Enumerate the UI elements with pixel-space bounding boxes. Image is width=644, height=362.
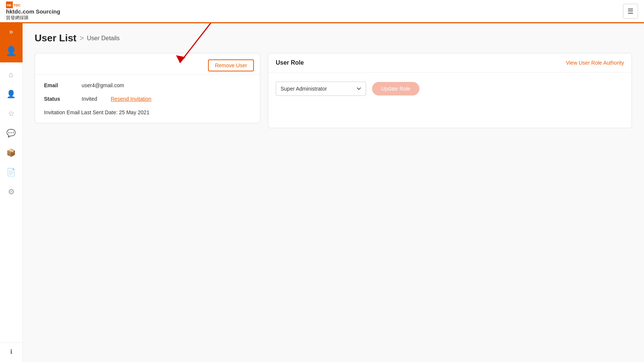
status-label: Status xyxy=(44,96,74,102)
home-icon: ⌂ xyxy=(9,70,13,79)
sidebar-item-box[interactable]: 📦 xyxy=(0,144,22,162)
invitation-date-label: Invitation Email Last Sent Date: xyxy=(44,109,117,115)
sidebar-item-report[interactable]: 📄 xyxy=(0,163,22,181)
logo-area: HK TDC hktdc.com Sourcing 貿發網採購 xyxy=(6,2,60,21)
report-icon: 📄 xyxy=(6,168,16,177)
logo-chinese: 貿發網採購 xyxy=(6,15,60,21)
email-label: Email xyxy=(44,82,74,88)
breadcrumb: User List > User Details xyxy=(35,32,632,44)
sidebar-nav: ⌂ 👤 ☆ 💬 📦 📄 ⚙ xyxy=(0,65,22,342)
header: HK TDC hktdc.com Sourcing 貿發網採購 ☰ xyxy=(0,0,644,23)
logo-brand: hktdc.com Sourcing xyxy=(6,8,60,15)
menu-button[interactable]: ☰ xyxy=(623,4,638,19)
sidebar: » 👤 ⌂ 👤 ☆ 💬 📦 📄 ⚙ xyxy=(0,23,23,362)
email-row: Email user4@gmail.com xyxy=(44,82,251,88)
star-icon: ☆ xyxy=(8,109,15,118)
svg-text:TDC: TDC xyxy=(14,3,21,7)
user-role-card-header: User Role View User Role Authority xyxy=(268,53,632,73)
sidebar-item-chat[interactable]: 💬 xyxy=(0,124,22,142)
sidebar-item-user[interactable]: 👤 xyxy=(0,85,22,103)
main-layout: » 👤 ⌂ 👤 ☆ 💬 📦 📄 ⚙ xyxy=(0,23,644,362)
breadcrumb-separator: > xyxy=(79,34,84,42)
user-info-card-body: Email user4@gmail.com Status Invited Res… xyxy=(35,75,260,123)
sidebar-item-settings[interactable]: ⚙ xyxy=(0,183,22,201)
cards-row: Remove User Email user4@gmail.com Status… xyxy=(35,53,632,128)
resend-invitation-link[interactable]: Resend Invitation xyxy=(111,96,151,102)
breadcrumb-current: User Details xyxy=(87,35,120,42)
user-info-card-header: Remove User xyxy=(35,53,260,75)
status-row: Status Invited Resend Invitation xyxy=(44,96,251,102)
svg-text:HK: HK xyxy=(7,3,12,7)
chat-icon: 💬 xyxy=(6,129,16,138)
invitation-date: Invitation Email Last Sent Date: 25 May … xyxy=(44,109,251,115)
role-select[interactable]: Super Administrator Administrator Member… xyxy=(276,82,366,96)
sidebar-item-home[interactable]: ⌂ xyxy=(0,65,22,83)
sidebar-expand-button[interactable]: » xyxy=(0,23,23,40)
view-user-role-authority-link[interactable]: View User Role Authority xyxy=(566,60,624,66)
box-icon: 📦 xyxy=(6,148,16,157)
hktdc-logo-icon: HK TDC xyxy=(6,2,29,8)
remove-user-button[interactable]: Remove User xyxy=(208,59,254,71)
settings-icon: ⚙ xyxy=(8,187,15,196)
page-title: User List xyxy=(35,32,76,44)
user-role-card: User Role View User Role Authority Super… xyxy=(268,53,632,128)
info-icon: ℹ xyxy=(10,348,12,355)
status-value: Invited xyxy=(82,96,97,102)
user-role-title: User Role xyxy=(276,59,304,66)
user-info-card: Remove User Email user4@gmail.com Status… xyxy=(35,53,260,123)
avatar: 👤 xyxy=(0,40,23,62)
sidebar-info-button[interactable]: ℹ xyxy=(0,342,22,360)
sidebar-item-star[interactable]: ☆ xyxy=(0,105,22,123)
content-area: User List > User Details Remove User Ema… xyxy=(23,23,644,362)
invitation-date-value: 25 May 2021 xyxy=(119,109,149,115)
update-role-button[interactable]: Update Role xyxy=(372,82,419,95)
email-value: user4@gmail.com xyxy=(82,82,124,88)
user-icon: 👤 xyxy=(6,89,16,98)
logo-top: HK TDC xyxy=(6,2,60,8)
user-role-card-body: Super Administrator Administrator Member… xyxy=(268,73,632,105)
